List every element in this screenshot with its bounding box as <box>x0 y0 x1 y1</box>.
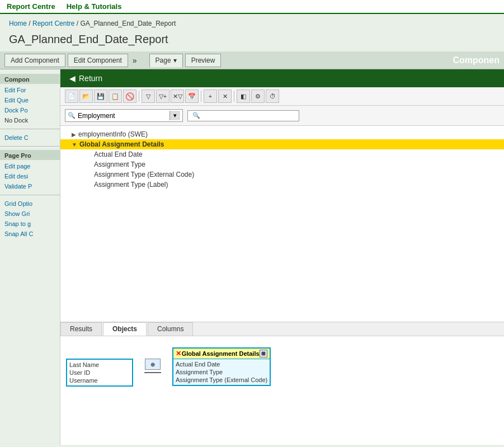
breadcrumb-home[interactable]: Home <box>9 20 27 27</box>
red-x-icon[interactable]: ✕ <box>176 350 181 357</box>
search-dropdown-button[interactable]: ▾ <box>169 111 180 120</box>
object-box-1-body: Last Name User ID Username <box>67 360 132 385</box>
tree-area: ▶ employmentInfo (SWE) ▼ Global Assignme… <box>60 126 504 322</box>
left-panel-icon[interactable]: ◧ <box>237 90 250 103</box>
breadcrumb-report-centre[interactable]: Report Centre <box>32 20 74 27</box>
collapse-arrows-button[interactable]: » <box>130 55 139 66</box>
search-icon: 🔍 <box>68 112 76 119</box>
sidebar-edit-form[interactable]: Edit For <box>0 85 60 95</box>
tree-item-assignment-type-label[interactable]: Assignment Type (Label) <box>60 180 504 190</box>
sidebar-edit-design[interactable]: Edit desi <box>0 171 60 181</box>
open-doc-icon[interactable]: 📂 <box>79 90 93 103</box>
copy-doc-icon[interactable]: 📋 <box>109 90 122 103</box>
main-layout: Compon Edit For Edit Que Dock Po No Dock… <box>0 69 504 445</box>
tab-results[interactable]: Results <box>60 322 102 336</box>
obj-row-username: Username <box>69 377 130 384</box>
connector-left-btn[interactable]: ⊕ <box>145 359 161 370</box>
tree-leaf-label: Assignment Type <box>94 161 145 168</box>
tab-bar: Results Objects Columns <box>60 322 504 336</box>
sidebar-edit-page[interactable]: Edit page <box>0 161 60 171</box>
tree-item-global-assignment[interactable]: ▼ Global Assignment Details <box>60 139 504 149</box>
objects-area: Last Name User ID Username ⊕ <box>60 336 504 445</box>
return-button[interactable]: ◀ Return <box>69 74 102 83</box>
toolbar-separator-1 <box>139 91 139 102</box>
content-area: ◀ Return 📄 📂 💾 📋 🚫 ▽ ▽+ ✕▽ 📅 + ✕ <box>60 69 504 445</box>
content-inner: 📄 📂 💾 📋 🚫 ▽ ▽+ ✕▽ 📅 + ✕ ◧ ⚙ ⏱ <box>60 87 504 445</box>
obj-row-assignment-type: Assignment Type <box>176 368 267 376</box>
remove-row-icon[interactable]: ✕ <box>218 90 232 103</box>
sidebar-validate[interactable]: Validate P <box>0 181 60 191</box>
sidebar-edit-query[interactable]: Edit Que <box>0 95 60 105</box>
object-box-1-wrapper: Last Name User ID Username <box>66 359 133 387</box>
search-go-box: 🔍 <box>187 110 299 121</box>
tree-item-employment-info[interactable]: ▶ employmentInfo (SWE) <box>60 129 504 139</box>
save-doc-icon[interactable]: 💾 <box>94 90 107 103</box>
sidebar-show-grid[interactable]: Show Gri <box>0 209 60 219</box>
object-box-2-body: Actual End Date Assignment Type Assignme… <box>173 359 270 385</box>
breadcrumb-area: Home / Report Centre / GA_Planned_End_Da… <box>0 14 504 30</box>
tab-objects[interactable]: Objects <box>103 322 147 336</box>
breadcrumb-current: GA_Planned_End_Date_Report <box>80 20 176 27</box>
top-navigation: Report Centre Help & Tutorials <box>0 0 504 14</box>
breadcrumb: Home / Report Centre / GA_Planned_End_Da… <box>9 20 495 27</box>
left-sidebar: Compon Edit For Edit Que Dock Po No Dock… <box>0 69 60 445</box>
settings-icon[interactable]: ⚙ <box>251 90 265 103</box>
toolbar-separator-3 <box>234 91 234 102</box>
obj-row-assignment-type-ext: Assignment Type (External Code) <box>176 376 267 384</box>
filter3-icon[interactable]: ✕▽ <box>171 90 184 103</box>
settings-grid-icon[interactable]: ⊞ <box>260 350 267 357</box>
nav-help-tutorials[interactable]: Help & Tutorials <box>67 2 122 11</box>
add-component-button[interactable]: Add Component <box>4 54 65 67</box>
bottom-section: Results Objects Columns Last Name User I… <box>60 322 504 445</box>
object-box-2: ✕ Global Assignment Details ⊞ Actual End… <box>172 347 271 386</box>
search-go-input[interactable] <box>202 112 292 120</box>
tree-item-assignment-type-ext[interactable]: Assignment Type (External Code) <box>60 170 504 180</box>
object-connector: ⊕ <box>144 359 161 373</box>
sidebar-divider-3 <box>0 195 60 195</box>
sidebar-divider-1 <box>0 129 60 129</box>
sidebar-header-component: Compon <box>0 74 60 84</box>
search-input[interactable] <box>78 112 167 120</box>
sidebar-divider-2 <box>0 146 60 147</box>
search-go-icon: 🔍 <box>192 112 200 119</box>
tree-chevron-collapsed: ▶ <box>72 131 76 138</box>
toolbar-separator-2 <box>201 91 201 102</box>
add-row-icon[interactable]: + <box>204 90 217 103</box>
preview-button[interactable]: Preview <box>185 54 222 67</box>
sidebar-snap-all[interactable]: Snap All C <box>0 229 60 239</box>
tree-item-assignment-type[interactable]: Assignment Type <box>60 159 504 170</box>
action-bar: Add Component Edit Component » Page ▾ Pr… <box>0 51 504 69</box>
object-box-1: Last Name User ID Username <box>66 359 133 387</box>
filter1-icon[interactable]: ▽ <box>142 90 155 103</box>
chevron-down-icon: ▾ <box>173 57 177 64</box>
component-label: Componen <box>453 55 500 65</box>
nav-report-centre[interactable]: Report Centre <box>7 2 55 11</box>
sidebar-no-dock: No Dock <box>0 115 60 125</box>
clock-icon[interactable]: ⏱ <box>266 90 279 103</box>
connector-line <box>144 372 161 373</box>
edit-component-button[interactable]: Edit Component <box>68 54 128 67</box>
search-bar: 🔍 ▾ 🔍 <box>60 106 504 126</box>
tab-columns[interactable]: Columns <box>148 322 193 336</box>
page-title: GA_Planned_End_Date_Report <box>0 30 504 51</box>
tree-item-actual-end-date[interactable]: Actual End Date <box>60 149 504 159</box>
tree-leaf-label: Assignment Type (Label) <box>94 181 168 189</box>
tree-label-selected: Global Assignment Details <box>79 140 164 148</box>
icon-toolbar: 📄 📂 💾 📋 🚫 ▽ ▽+ ✕▽ 📅 + ✕ ◧ ⚙ ⏱ <box>60 87 504 106</box>
object-box-2-title: Global Assignment Details <box>182 350 260 357</box>
tree-label: employmentInfo (SWE) <box>78 130 148 138</box>
filter2-icon[interactable]: ▽+ <box>156 90 169 103</box>
sidebar-snap-to-grid[interactable]: Snap to g <box>0 219 60 229</box>
tree-leaf-label: Assignment Type (External Code) <box>94 171 194 178</box>
sidebar-grid-options[interactable]: Grid Optio <box>0 199 60 209</box>
return-arrow-icon: ◀ <box>69 74 76 83</box>
block-icon[interactable]: 🚫 <box>123 90 136 103</box>
sidebar-delete-c[interactable]: Delete C <box>0 133 60 143</box>
page-dropdown-button[interactable]: Page ▾ <box>149 54 183 67</box>
tree-leaf-label: Actual End Date <box>94 150 143 158</box>
obj-row-actual-end-date: Actual End Date <box>176 360 267 368</box>
tree-chevron-expanded: ▼ <box>72 142 77 148</box>
sidebar-dock-pos[interactable]: Dock Po <box>0 105 60 115</box>
date-icon[interactable]: 📅 <box>185 90 199 103</box>
new-doc-icon[interactable]: 📄 <box>65 90 78 103</box>
